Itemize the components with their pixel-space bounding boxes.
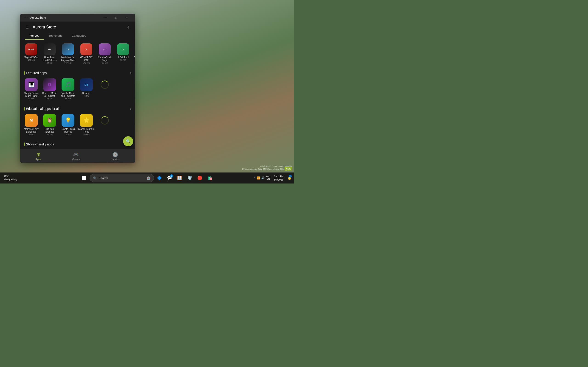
app-size: 45 MB <box>83 95 89 97</box>
app-icon-memrise: M <box>25 114 38 127</box>
app-name: Mighty DOOM <box>23 56 40 59</box>
app-icon-duolingo: 🦉 <box>43 114 56 127</box>
app-size: 26 MB <box>28 133 34 135</box>
app-name: Simply Piano: Learn Piano <box>23 92 40 98</box>
taskbar-right: ⌃ 📶 🔊 ENGINTL 2:41 PM 5/4/2023 🔔 2 <box>254 173 292 183</box>
educational-arrow[interactable]: › <box>130 107 131 111</box>
app-name: Disney+ <box>78 92 95 95</box>
tray-chevron[interactable]: ⌃ <box>254 176 256 180</box>
taskbar: 22°CMostly sunny 🔍 Search 🤖 🔷 💬 1 🪟 🛡️ <box>0 173 294 184</box>
weather-widget[interactable]: 22°CMostly sunny <box>2 175 19 181</box>
xda-logo: XDA <box>285 167 292 171</box>
educational-scroll[interactable]: M Memrise Easy Language 26 MB 🦉 Duolingo… <box>20 113 135 137</box>
list-item[interactable]: 💡 Elevate - Brain Training 58 MB <box>59 113 77 137</box>
list-item[interactable]: 🎵 Spotify: Music and Podcasts 56 MB <box>59 77 77 101</box>
nav-games[interactable]: 🎮 Games <box>68 151 84 161</box>
spinner-icon <box>101 81 109 89</box>
taskbar-left: 22°CMostly sunny <box>2 175 19 181</box>
xda-text: XDA <box>286 167 291 170</box>
sys-tray-area: ⌃ 📶 🔊 <box>254 176 265 180</box>
updates-label: Updates <box>111 158 120 161</box>
app-icon-disney: D+ <box>80 78 93 91</box>
app-size: 98 MB <box>102 62 108 64</box>
loading-spinner-educational <box>95 113 114 137</box>
tabs-container: For you Top charts Categories <box>24 32 131 40</box>
app-icon-deezer: D <box>43 78 56 91</box>
app-content[interactable]: DOOM Mighty DOOM 407 MB UE Uber Eats: Fo… <box>20 40 135 149</box>
maximize-button[interactable]: ◻ <box>111 14 122 21</box>
app-name: Memrise Easy Language <box>23 128 40 133</box>
search-icon: 🔍 <box>93 176 97 180</box>
taskbar-antivirus[interactable]: 🛡️ <box>185 173 194 183</box>
list-item[interactable]: 11 Top Eleven Be a Soccer 163 MB <box>132 42 135 65</box>
top-charts-scroll[interactable]: DOOM Mighty DOOM 407 MB UE Uber Eats: Fo… <box>20 42 135 65</box>
featured-arrow[interactable]: › <box>130 71 131 75</box>
network-icon[interactable]: 📶 <box>257 176 260 180</box>
games-label: Games <box>72 158 80 161</box>
app-icon-monopoly: M <box>80 43 92 55</box>
title-bar: ← Aurora Store — ◻ ✕ <box>20 14 135 22</box>
taskbar-store[interactable]: 🛍️ <box>205 173 215 183</box>
list-item[interactable]: LM Lords Mobile: Kingdom Wars 967 MB <box>59 42 77 65</box>
notification-center[interactable]: 🔔 2 <box>287 173 292 183</box>
list-item[interactable]: UE Uber Eats: Food Delivery 84 MB <box>40 42 59 65</box>
tab-categories[interactable]: Categories <box>67 32 91 40</box>
app-size: 56 MB <box>65 98 71 100</box>
list-item[interactable]: 🦉 Duolingo: language 52 MB <box>40 113 59 137</box>
app-size: 53 MB <box>83 133 89 135</box>
list-item[interactable]: D Deezer: Music & Podcast 24 MB <box>40 77 59 101</box>
list-item[interactable]: CC Candy Crush Saga 98 MB <box>95 42 114 65</box>
list-item[interactable]: 8 8 Ball Pool 93 MB <box>114 42 132 65</box>
app-name: Elevate - Brain Training <box>60 128 76 133</box>
featured-header: Featured apps › <box>20 70 135 77</box>
clock-date: 5/4/2023 <box>274 178 284 181</box>
start-button[interactable] <box>79 173 89 183</box>
nav-updates[interactable]: 🕐 Updates <box>106 151 124 161</box>
list-item[interactable]: DOOM Mighty DOOM 407 MB <box>22 42 40 65</box>
list-item[interactable]: ⭐ Starfall Learn to Read 53 MB <box>77 113 95 137</box>
apps-label: Apps <box>36 158 41 161</box>
list-item[interactable]: M Memrise Easy Language 26 MB <box>22 113 40 137</box>
hamburger-button[interactable]: ☰ <box>24 24 30 30</box>
tab-for-you[interactable]: For you <box>25 32 44 40</box>
search-fab[interactable]: 🔍 <box>123 136 133 146</box>
back-button[interactable]: ← <box>23 15 28 20</box>
taskbar-chat[interactable]: 💬 1 <box>165 173 174 183</box>
aurora-store-window: ← Aurora Store — ◻ ✕ ☰ Aurora Store ⇩ Fo… <box>20 14 135 163</box>
loading-spinner-featured <box>95 77 114 101</box>
educational-title: Educational apps for all <box>24 107 60 110</box>
notification-badge: 2 <box>289 175 292 177</box>
list-item[interactable]: 🎹 Simply Piano: Learn Piano 48 MB <box>22 77 40 101</box>
featured-scroll[interactable]: 🎹 Simply Piano: Learn Piano 48 MB D Deez… <box>20 77 135 101</box>
educational-header: Educational apps for all › <box>20 106 135 113</box>
app-icon-lords: LM <box>62 43 74 55</box>
app-size: 93 MB <box>120 59 126 61</box>
app-name: Spotify: Music and Podcasts <box>60 92 76 98</box>
app-name: Uber Eats: Food Delivery <box>41 56 58 62</box>
stylus-section: Stylus-friendly apps <box>20 139 135 149</box>
list-item[interactable]: D+ Disney+ 45 MB <box>77 77 95 101</box>
app-name: Top Eleven Be a Soccer <box>133 56 135 62</box>
taskbar-widgets[interactable]: 🔷 <box>155 173 164 183</box>
taskbar-task-view[interactable]: 🪟 <box>175 173 184 183</box>
app-name: Starfall Learn to Read <box>78 128 95 133</box>
list-item[interactable]: M MONOPOLY GO! 242 MB <box>77 42 95 65</box>
games-icon: 🎮 <box>73 152 79 157</box>
minimize-button[interactable]: — <box>101 14 111 21</box>
app-size: 52 MB <box>47 133 52 135</box>
app-size: 242 MB <box>83 62 90 64</box>
nav-apps[interactable]: ⊞ Apps <box>31 151 46 161</box>
volume-icon[interactable]: 🔊 <box>261 176 265 180</box>
taskbar-search[interactable]: 🔍 Search 🤖 <box>90 174 154 182</box>
spinner-icon <box>101 116 109 125</box>
language-indicator[interactable]: ENGINTL <box>266 175 271 181</box>
app-size: 48 MB <box>28 98 34 100</box>
close-button[interactable]: ✕ <box>122 14 132 21</box>
tab-top-charts[interactable]: Top charts <box>44 32 67 40</box>
app-name: Lords Mobile: Kingdom Wars <box>60 56 76 62</box>
app-size: 407 MB <box>27 59 35 61</box>
download-button[interactable]: ⇩ <box>125 24 131 30</box>
featured-title: Featured apps <box>24 71 47 75</box>
system-clock[interactable]: 2:41 PM 5/4/2023 <box>272 175 285 181</box>
taskbar-reddit[interactable]: 🔴 <box>195 173 204 183</box>
